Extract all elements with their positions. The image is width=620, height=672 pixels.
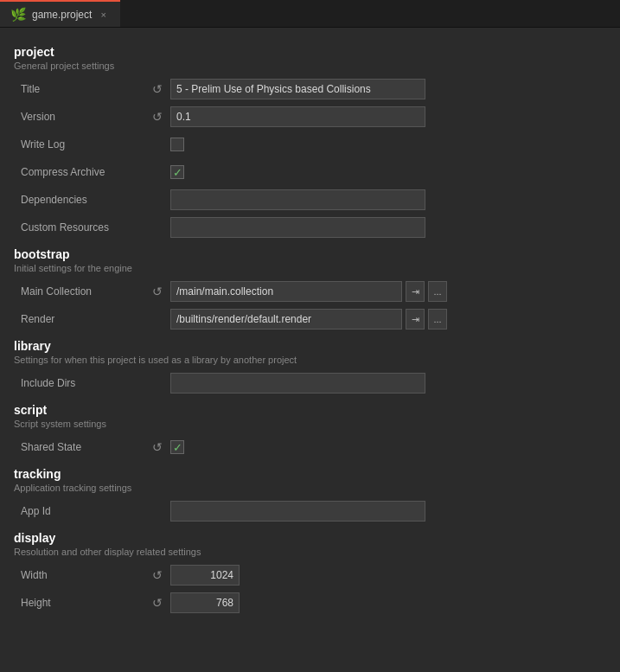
main-collection-menu-button[interactable]: ... [428,281,447,302]
shared-state-label: Shared State [14,441,148,453]
section-bootstrap: bootstrap Initial settings for the engin… [14,247,606,330]
checkmark-icon: ✓ [173,167,182,178]
version-label: Version [14,111,148,123]
field-row-include-dirs: Include Dirs [14,372,606,394]
write-log-label: Write Log [14,138,148,150]
dependencies-label: Dependencies [14,194,148,206]
width-label: Width [14,569,148,581]
width-reset-button[interactable] [148,566,167,585]
field-row-main-collection: Main Collection ⇥ ... [14,280,606,303]
reset-icon [152,568,163,582]
section-library: library Settings for when this project i… [14,339,606,394]
tab-bar: 🌿 game.project × [0,0,620,28]
section-library-title: library [14,339,606,353]
version-reset-button[interactable] [148,107,167,126]
field-row-version: Version [14,106,606,128]
height-reset-button[interactable] [148,593,167,612]
render-navigate-button[interactable]: ⇥ [406,309,425,330]
field-row-write-log: Write Log [14,133,606,156]
compress-archive-checkbox[interactable]: ✓ [170,165,184,179]
height-input[interactable] [170,592,240,613]
render-label: Render [14,313,148,325]
title-input[interactable] [170,79,425,99]
section-display-title: display [14,531,606,545]
section-library-subtitle: Settings for when this project is used a… [14,355,606,365]
settings-content: project General project settings Title V… [0,28,620,630]
app-id-input[interactable] [170,501,425,522]
shared-state-checkbox[interactable]: ✓ [170,440,184,454]
main-collection-navigate-button[interactable]: ⇥ [406,281,425,302]
main-collection-path-row: ⇥ ... [170,281,447,302]
tab-label: game.project [32,9,92,21]
section-tracking-subtitle: Application tracking settings [14,483,606,493]
reset-icon [152,440,163,454]
width-input[interactable] [170,565,240,586]
reset-icon [152,285,163,298]
custom-resources-label: Custom Resources [14,221,148,234]
dependencies-input[interactable] [170,189,425,210]
section-script: script Script system settings Shared Sta… [14,403,606,458]
app-id-label: App Id [14,505,148,517]
main-collection-input[interactable] [170,281,402,302]
render-path-row: ⇥ ... [170,309,447,330]
main-collection-label: Main Collection [14,285,148,298]
section-project-subtitle: General project settings [14,61,606,71]
section-script-title: script [14,403,606,417]
reset-icon [152,110,163,124]
section-project-title: project [14,45,606,59]
checkmark-icon: ✓ [173,442,182,453]
render-input[interactable] [170,309,402,330]
section-bootstrap-subtitle: Initial settings for the engine [14,263,606,273]
section-display: display Resolution and other display rel… [14,531,606,614]
reset-icon [152,596,163,610]
field-row-compress-archive: Compress Archive ✓ [14,161,606,183]
section-bootstrap-title: bootstrap [14,247,606,261]
main-collection-reset-button[interactable] [148,282,167,301]
version-input[interactable] [170,106,425,127]
field-row-height: Height [14,592,606,614]
section-project: project General project settings Title V… [14,45,606,239]
field-row-dependencies: Dependencies [14,189,606,211]
include-dirs-input[interactable] [170,373,425,394]
shared-state-reset-button[interactable] [148,438,167,457]
game-project-tab[interactable]: 🌿 game.project × [0,0,120,27]
section-display-subtitle: Resolution and other display related set… [14,547,606,557]
title-label: Title [14,83,148,95]
title-reset-button[interactable] [148,80,167,99]
tab-icon: 🌿 [10,7,27,22]
field-row-app-id: App Id [14,500,606,522]
include-dirs-label: Include Dirs [14,377,148,389]
custom-resources-input[interactable] [170,217,425,238]
field-row-render: Render ⇥ ... [14,308,606,330]
field-row-shared-state: Shared State ✓ [14,436,606,458]
section-tracking-title: tracking [14,467,606,481]
height-label: Height [14,597,148,609]
tab-close-button[interactable]: × [97,8,109,22]
field-row-width: Width [14,564,606,586]
field-row-custom-resources: Custom Resources [14,216,606,239]
field-row-title: Title [14,78,606,100]
section-script-subtitle: Script system settings [14,419,606,429]
write-log-checkbox[interactable] [170,138,184,151]
compress-archive-label: Compress Archive [14,166,148,178]
reset-icon [152,82,163,96]
section-tracking: tracking Application tracking settings A… [14,467,606,522]
render-menu-button[interactable]: ... [428,309,447,330]
